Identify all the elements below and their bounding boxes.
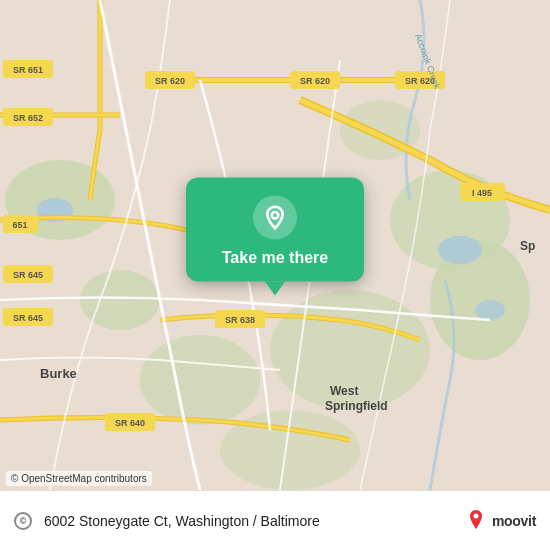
svg-point-40 <box>473 513 478 518</box>
moovit-brand-text: moovit <box>492 513 536 529</box>
bottom-bar: © 6002 Stoneygate Ct, Washington / Balti… <box>0 490 550 550</box>
osm-logo: © <box>14 512 32 530</box>
svg-text:West: West <box>330 384 358 398</box>
svg-point-6 <box>140 335 260 425</box>
map-attribution: © OpenStreetMap contributors <box>6 471 152 486</box>
svg-text:Burke: Burke <box>40 366 77 381</box>
svg-text:Springfield: Springfield <box>325 399 388 413</box>
address-text: 6002 Stoneygate Ct, Washington / Baltimo… <box>40 513 455 529</box>
svg-text:SR 638: SR 638 <box>225 315 255 325</box>
svg-point-11 <box>475 300 505 320</box>
map-popup[interactable]: Take me there <box>186 177 364 281</box>
svg-point-10 <box>438 236 482 264</box>
popup-label: Take me there <box>222 249 328 267</box>
moovit-pin-icon <box>463 508 489 534</box>
svg-text:SR 645: SR 645 <box>13 313 43 323</box>
svg-text:SR 652: SR 652 <box>13 113 43 123</box>
svg-text:I 495: I 495 <box>472 188 492 198</box>
svg-point-39 <box>272 212 279 219</box>
moovit-logo: moovit <box>463 508 536 534</box>
location-icon <box>253 195 297 239</box>
osm-copyright: © OpenStreetMap contributors <box>11 473 147 484</box>
svg-text:651: 651 <box>12 220 27 230</box>
svg-text:SR 651: SR 651 <box>13 65 43 75</box>
svg-text:SR 620: SR 620 <box>300 76 330 86</box>
osm-circle-icon: © <box>14 512 32 530</box>
svg-text:Sp: Sp <box>520 239 535 253</box>
map-view: SR 651 SR 652 651 SR 645 SR 645 SR 620 S… <box>0 0 550 490</box>
svg-text:SR 620: SR 620 <box>155 76 185 86</box>
svg-text:SR 645: SR 645 <box>13 270 43 280</box>
svg-text:SR 640: SR 640 <box>115 418 145 428</box>
